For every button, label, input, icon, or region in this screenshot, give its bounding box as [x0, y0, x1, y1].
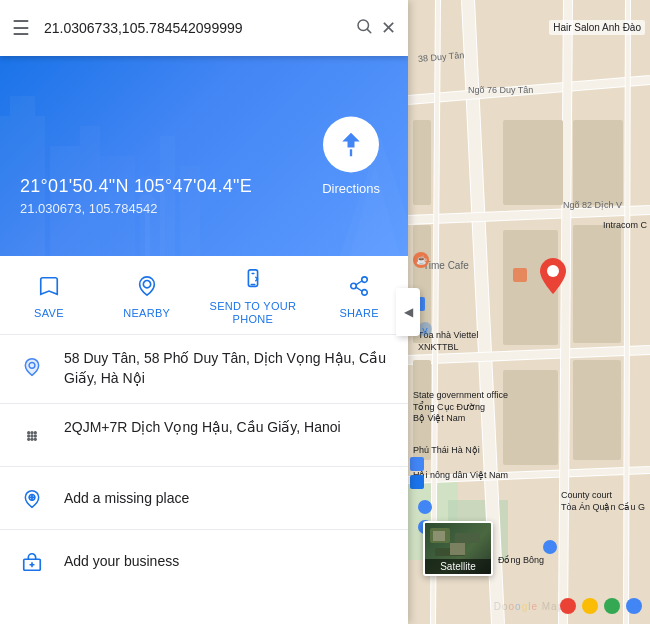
road-label-76duyton: Ngõ 76 Duy Tân	[468, 85, 533, 95]
share-label: SHARE	[339, 307, 378, 319]
dot-red	[560, 598, 576, 614]
svg-rect-40	[503, 120, 563, 205]
send-to-phone-icon	[242, 268, 264, 296]
label-timecafe: Time Cafe	[423, 260, 469, 271]
add-missing-icon	[16, 483, 48, 515]
svg-point-29	[34, 434, 37, 437]
map-icon-circle-3	[543, 540, 557, 554]
share-button[interactable]: SHARE	[324, 275, 394, 319]
panel-toggle[interactable]: ◀	[396, 288, 420, 336]
add-missing-place-row[interactable]: Add a missing place	[0, 467, 408, 530]
cafe-icon: ☕	[413, 252, 429, 268]
svg-point-24	[27, 437, 30, 440]
add-business-label: Add your business	[64, 553, 179, 569]
nearby-label: NEARBY	[123, 307, 170, 319]
svg-point-53	[547, 265, 559, 277]
plus-code-text: 2QJM+7R Dịch Vọng Hậu, Cầu Giấy, Hanoi	[64, 418, 392, 438]
save-label: SAVE	[34, 307, 64, 319]
label-hoinongdan: Hội nông dân Việt Nam	[413, 470, 508, 480]
add-business-row[interactable]: Add your business	[0, 530, 408, 592]
label-intracom: Intracom C	[603, 220, 647, 230]
map-panel: 38 Duy Tân Ngõ 76 Duy Tân Ngõ 82 Dịch V …	[408, 0, 650, 624]
directions-button[interactable]: Directions	[322, 117, 380, 196]
add-missing-label: Add a missing place	[64, 490, 189, 506]
hero-coords: 21°01'50.4"N 105°47'04.4"E 21.030673, 10…	[20, 176, 252, 216]
svg-point-14	[143, 281, 150, 288]
svg-point-25	[34, 437, 37, 440]
nearby-icon	[136, 275, 158, 303]
address-row: 58 Duy Tân, 58 Phố Duy Tân, Dịch Vọng Hậ…	[0, 335, 408, 403]
search-bar: ☰ ✕	[0, 0, 408, 56]
svg-line-19	[356, 281, 362, 285]
satellite-label: Satellite	[425, 559, 491, 574]
label-dongbong: Đồng Bông	[498, 555, 544, 565]
satellite-thumbnail[interactable]: Satellite	[423, 521, 493, 576]
svg-line-1	[367, 29, 370, 32]
svg-rect-49	[513, 268, 527, 282]
svg-point-23	[34, 431, 37, 434]
map-icon-blue-3	[410, 475, 424, 489]
search-input[interactable]	[44, 20, 347, 36]
svg-rect-43	[573, 120, 623, 205]
label-county-court: County courtTòa Án Quận Cầu G	[561, 490, 645, 513]
close-icon[interactable]: ✕	[381, 17, 396, 39]
svg-point-26	[30, 431, 33, 434]
svg-rect-3	[10, 96, 35, 116]
directions-label: Directions	[322, 181, 380, 196]
label-hair-salon: Hair Salon Anh Đào	[549, 20, 645, 35]
svg-text:V: V	[422, 326, 428, 335]
svg-point-27	[27, 434, 30, 437]
road-label-82dich: Ngõ 82 Dịch V	[563, 200, 622, 210]
map-icon-circle-1	[418, 500, 432, 514]
svg-point-30	[30, 437, 33, 440]
directions-circle	[323, 117, 379, 173]
address-icon	[16, 351, 48, 383]
plus-code-row: 2QJM+7R Dịch Vọng Hậu, Cầu Giấy, Hanoi	[0, 404, 408, 467]
address-primary: 58 Duy Tân, 58 Phố Duy Tân, Dịch Vọng Hậ…	[64, 350, 386, 386]
left-panel: ☰ ✕	[0, 0, 408, 624]
coords-dms: 21°01'50.4"N 105°47'04.4"E	[20, 176, 252, 197]
nearby-button[interactable]: NEARBY	[112, 275, 182, 319]
save-icon	[38, 275, 60, 303]
svg-rect-44	[573, 225, 621, 343]
save-button[interactable]: SAVE	[14, 275, 84, 319]
label-phuthai: Phú Thái Hà Nội	[413, 445, 480, 455]
share-icon	[348, 275, 370, 303]
svg-point-16	[362, 277, 368, 283]
svg-point-17	[351, 283, 357, 289]
svg-rect-10	[145, 211, 150, 256]
send-to-phone-label: SEND TO YOURPHONE	[210, 300, 297, 326]
svg-rect-46	[413, 120, 431, 205]
svg-rect-45	[573, 360, 621, 460]
coords-decimal: 21.030673, 105.784542	[20, 201, 252, 216]
address-text: 58 Duy Tân, 58 Phố Duy Tân, Dịch Vọng Hậ…	[64, 349, 392, 388]
svg-point-28	[30, 434, 33, 437]
add-business-icon	[16, 546, 48, 578]
action-row: SAVE NEARBY SEND TO YOURPHONE	[0, 256, 408, 335]
label-gov-office: State government officeTổng Cục ĐườngBộ …	[413, 390, 508, 425]
hero-banner: 21°01'50.4"N 105°47'04.4"E 21.030673, 10…	[0, 56, 408, 256]
dot-yellow	[582, 598, 598, 614]
svg-point-18	[362, 290, 368, 296]
svg-line-20	[356, 288, 362, 292]
location-pin	[540, 258, 566, 298]
plus-code-icon	[16, 420, 48, 452]
dot-green	[604, 598, 620, 614]
color-dots	[560, 598, 642, 614]
menu-icon[interactable]: ☰	[12, 16, 30, 40]
info-section: 58 Duy Tân, 58 Phố Duy Tân, Dịch Vọng Hậ…	[0, 335, 408, 591]
search-icon[interactable]	[355, 17, 373, 40]
dot-blue	[626, 598, 642, 614]
map-icon-blue-2	[410, 457, 424, 471]
send-to-phone-button[interactable]: SEND TO YOURPHONE	[210, 268, 297, 326]
svg-point-22	[27, 431, 30, 434]
svg-rect-42	[503, 370, 558, 465]
plus-code-primary: 2QJM+7R Dịch Vọng Hậu, Cầu Giấy, Hanoi	[64, 419, 341, 435]
